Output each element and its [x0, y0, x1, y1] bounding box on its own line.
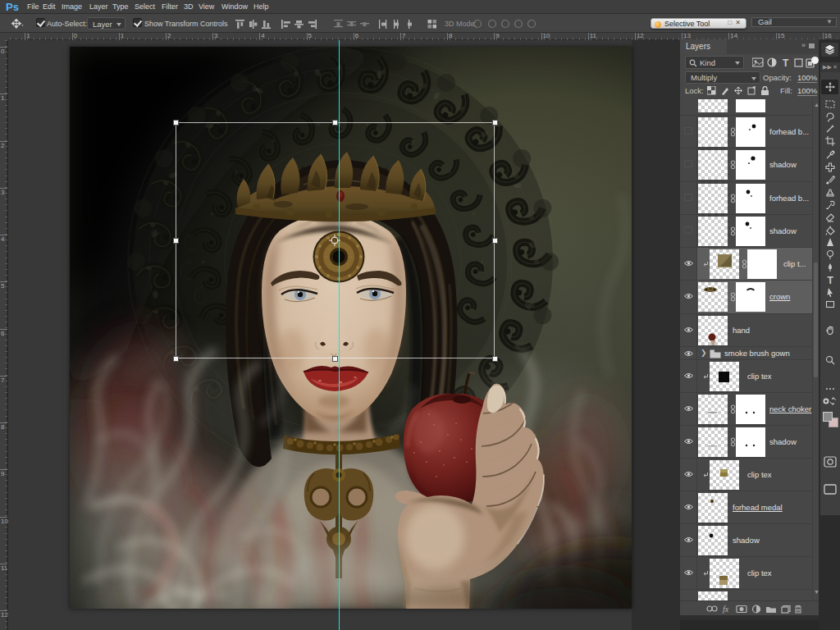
svg-text:T: T — [828, 275, 834, 285]
svg-text:fx: fx — [723, 605, 729, 614]
svg-text:T: T — [783, 57, 789, 68]
